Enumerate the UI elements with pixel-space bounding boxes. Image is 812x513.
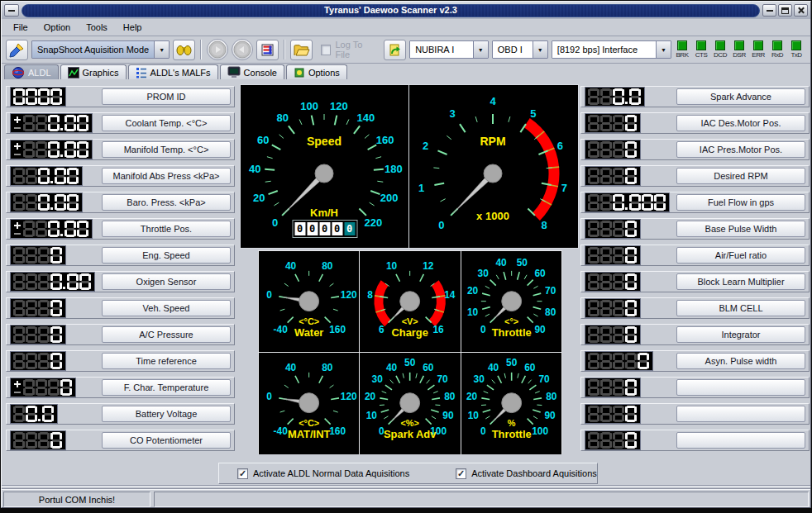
sensor-row: Block Learn Multiplier — [580, 271, 810, 292]
mini-gauges-grid: -4004080120160Water<°C>6810121416Charge<… — [258, 250, 562, 454]
menu-tools[interactable]: Tools — [79, 20, 116, 35]
sensor-label-button[interactable]: Eng. Speed — [102, 247, 231, 264]
tab-label: Console — [244, 68, 277, 78]
sensor-label-button[interactable]: A/C Pressure — [102, 326, 231, 343]
svg-text:Km/H: Km/H — [310, 207, 338, 219]
dropdown-arrow-icon[interactable]: ▼ — [533, 41, 547, 58]
sensor-row: Integrator — [580, 324, 810, 345]
ecu-data-button[interactable] — [256, 40, 279, 60]
svg-text:40: 40 — [249, 163, 260, 175]
tab-aldl[interactable]: ALDL — [4, 64, 59, 79]
led-display — [10, 430, 66, 450]
svg-text:80: 80 — [276, 112, 288, 124]
svg-text:60: 60 — [423, 362, 434, 373]
acquisition-mode-dropdown[interactable]: SnapShoot Aquisition Mode▼ — [31, 40, 170, 59]
sensor-label-button[interactable]: PROM ID — [102, 88, 231, 105]
menu-option[interactable]: Option — [36, 20, 79, 35]
svg-text:<°C>: <°C> — [299, 418, 319, 428]
minimize-button[interactable] — [762, 4, 776, 17]
checkbox-box[interactable]: ✓ — [237, 468, 248, 479]
sensor-label-button[interactable] — [676, 379, 805, 396]
odometer-digit: 0 — [319, 222, 330, 235]
svg-text:60: 60 — [257, 134, 269, 146]
sensor-label-button[interactable]: Throttle Pos. — [102, 221, 231, 237]
sensor-label-button[interactable]: Asyn. Pulse width — [676, 353, 805, 369]
obd-dropdown[interactable]: OBD I▼ — [492, 40, 548, 59]
sensor-label-button[interactable] — [676, 406, 805, 422]
chart-icon — [68, 67, 79, 78]
sensor-label-button[interactable]: Baro. Press. <kPa> — [102, 194, 231, 211]
sensor-label-button[interactable]: CO Potentiometer — [102, 432, 231, 449]
connect-button[interactable] — [6, 40, 28, 60]
close-button[interactable] — [794, 4, 808, 17]
sensor-label-button[interactable]: IAC Pres.Motor Pos. — [676, 141, 805, 158]
play-forward-button[interactable] — [207, 39, 228, 60]
sensor-label-button[interactable]: Block Learn Multiplier — [676, 273, 805, 290]
svg-text:20: 20 — [467, 285, 479, 297]
sensor-label-button[interactable]: Fuel Flow in gps — [676, 194, 805, 211]
sensor-label-button[interactable]: Spark Advance — [676, 88, 805, 105]
svg-text:80: 80 — [322, 260, 333, 272]
acquisition-options-bar: ✓Activate ALDL Normal Data Aquisitions✓A… — [218, 463, 598, 484]
checkbox-activate-aldl-normal-data-aquisitions[interactable]: ✓Activate ALDL Normal Data Aquisitions — [237, 468, 409, 479]
svg-text:6: 6 — [379, 324, 385, 335]
title-band: Tyranus' Daewoo Scanner v2.3 — [21, 4, 760, 17]
sensor-label-button[interactable]: Oxigen Sensor — [102, 273, 231, 290]
left-sensor-column: PROM IDCoolant Temp. <°C>Manifold Temp. … — [6, 86, 235, 456]
tab-graphics[interactable]: Graphics — [60, 64, 127, 79]
svg-text:Throttle: Throttle — [491, 326, 531, 339]
menu-file[interactable]: File — [6, 20, 36, 35]
sensor-label-button[interactable]: Veh. Speed — [102, 300, 231, 316]
svg-text:-40: -40 — [274, 426, 289, 438]
sensor-row: Desired RPM — [580, 165, 810, 187]
sensor-label-button[interactable]: Air/Fuel ratio — [676, 247, 805, 264]
sensor-label-button[interactable]: F. Char. Temperature — [102, 379, 231, 396]
interface-dropdown[interactable]: [8192 bps] Interface▼ — [552, 40, 671, 59]
tab-aldl-s-malfs[interactable]: ALDL's MALFs — [128, 64, 218, 79]
throttle-gauge: 0102030405060708090100Throttle% — [461, 353, 561, 454]
sensor-label-button[interactable]: Desired RPM — [676, 168, 805, 184]
sensor-row: Baro. Press. <kPa> — [6, 192, 235, 213]
maximize-button[interactable] — [778, 4, 792, 17]
open-file-button[interactable] — [290, 40, 313, 60]
svg-text:20: 20 — [253, 192, 265, 204]
svg-text:20: 20 — [466, 392, 478, 403]
checkbox-activate-dashboard-aquisitions[interactable]: ✓Activate Dashboard Aquisitions — [456, 468, 597, 479]
sensor-label-button[interactable]: Manifold Temp. <°C> — [102, 141, 231, 158]
checkbox-box[interactable]: ✓ — [456, 468, 466, 479]
led-display — [585, 351, 653, 371]
sensor-label-button[interactable]: Coolant Temp. <°C> — [102, 115, 231, 131]
rpm-gauge: 012345678RPMx 1000 — [409, 85, 578, 248]
led-label: DCD — [714, 51, 727, 59]
export-button[interactable] — [384, 40, 406, 60]
sensor-label-button[interactable]: Battery Voltage — [102, 406, 231, 422]
system-menu-button[interactable] — [4, 4, 19, 17]
sensor-label-button[interactable]: Manifold Abs Press <kPa> — [102, 168, 231, 184]
vehicle-dropdown[interactable]: NUBIRA I▼ — [409, 40, 489, 59]
sensor-label-button[interactable] — [676, 432, 805, 449]
sensor-label-button[interactable]: IAC Des.Motor Pos. — [676, 115, 805, 131]
sensor-label-button[interactable]: Integrator — [676, 326, 805, 343]
gauge-dial: 0102030405060708090100Throttle% — [461, 353, 561, 454]
led-display — [585, 166, 641, 186]
toolbar-separator — [200, 40, 202, 59]
dropdown-arrow-icon[interactable]: ▼ — [656, 41, 671, 58]
checkbox-label: Log To File — [335, 40, 375, 59]
play-back-button[interactable] — [232, 39, 253, 60]
sensor-label-button[interactable]: BLM CELL — [676, 300, 805, 316]
vehicle-dropdown-value: NUBIRA I — [410, 41, 473, 58]
dropdown-arrow-icon[interactable]: ▼ — [473, 41, 488, 58]
svg-text:7: 7 — [561, 182, 567, 194]
tab-console[interactable]: Console — [220, 64, 284, 79]
interface-dropdown-value: [8192 bps] Interface — [552, 41, 656, 58]
log-to-file-checkbox[interactable]: Log To File — [321, 40, 375, 59]
menu-help[interactable]: Help — [116, 20, 150, 35]
minimize-icon — [767, 10, 773, 12]
sensor-label-button[interactable]: Time reference — [102, 353, 231, 369]
tab-options[interactable]: Options — [286, 64, 347, 79]
checkbox-box[interactable] — [321, 45, 331, 55]
sensor-label-button[interactable]: Base Pulse Width — [676, 221, 805, 237]
dropdown-arrow-icon[interactable]: ▼ — [154, 41, 169, 58]
snapshot-view-button[interactable] — [173, 40, 195, 60]
sensor-row: A/C Pressure — [6, 324, 235, 345]
